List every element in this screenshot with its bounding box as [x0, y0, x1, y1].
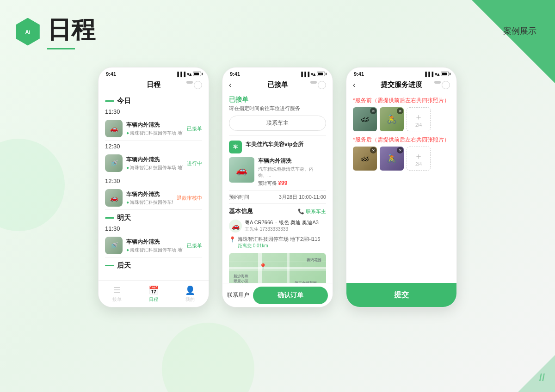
- bg-decoration-bottom-right: [518, 355, 555, 392]
- tomorrow-label: 明天: [105, 214, 202, 222]
- car-icon: 🚗: [229, 220, 242, 233]
- basic-info-header: 基本信息 📞 联系车主: [229, 204, 326, 217]
- tab-item-orders[interactable]: ☰ 接单: [99, 285, 135, 303]
- item-thumb-4: 🚿: [105, 237, 123, 254]
- service-row: 🚗 车辆内外清洗 汽车精洗包括清洗车身、内饰、... 预计可得 ¥99: [229, 157, 326, 191]
- shop-name: 车美佳汽车美容vip会所: [246, 141, 303, 148]
- phone-order-detail: 9:41 ▐▐▐ ▾▴ ‹ 已接单 已接单 请在指定时间前往车位进行服务 联系车…: [222, 67, 333, 307]
- item-info-3: 车辆内外清洗 ● 海珠智汇科技园停车场 地下2层H115: [126, 190, 173, 206]
- signal-icon: ▐▐▐: [176, 72, 185, 77]
- title-underline: [47, 48, 75, 49]
- status-bar-3: 9:41 ▐▐▐ ▾▴: [346, 67, 456, 79]
- photo-close-2[interactable]: ✕: [397, 108, 403, 114]
- shop-section: 车 车美佳汽车美容vip会所: [229, 135, 326, 157]
- order-status-label: 已接单: [229, 96, 326, 104]
- nav-dot-1: [186, 81, 193, 84]
- schedule-item-3[interactable]: 🚗 车辆内外清洗 ● 海珠智汇科技园停车场 地下2层H115 退款审核中: [105, 186, 202, 210]
- wifi-icon: ▾▴: [187, 72, 191, 77]
- status-icons-1: ▐▐▐ ▾▴: [176, 72, 201, 77]
- logo-hexagon: Ai: [14, 18, 42, 46]
- bg-decoration-center-left: [0, 139, 65, 231]
- logo-text: Ai: [25, 29, 31, 35]
- time-label-4: 11:30: [105, 225, 202, 232]
- schedule-item-1[interactable]: 🚗 车辆内外清洗 ● 海珠智汇科技园停车场 地下2层H115 已接单: [105, 117, 202, 141]
- before-photo-add[interactable]: ＋ 2/4: [407, 107, 431, 131]
- service-price: 预计可得 ¥99: [258, 180, 326, 187]
- car-details: 粤A CR7666 · 银色 奥迪 奥迪A3 王先生·17333333333: [245, 219, 319, 233]
- nav-dots-3: [434, 81, 450, 89]
- item-info-4: 车辆内外清洗 ● 海珠智汇科技园停车场 地下2层H115: [126, 238, 183, 253]
- photo-close-4[interactable]: ✕: [397, 147, 403, 153]
- phone-schedule: 9:41 ▐▐▐ ▾▴ 日程 今日 11:30: [98, 67, 209, 307]
- status-icons-3: ▐▐▐ ▾▴: [424, 72, 449, 77]
- time-label-3: 12:30: [105, 178, 202, 184]
- signal-icon-3: ▐▐▐: [424, 72, 433, 77]
- contact-user-btn[interactable]: 联系用户: [227, 291, 249, 299]
- status-1: 已接单: [187, 125, 202, 132]
- tab-label-schedule: 日程: [149, 296, 158, 303]
- time-2: 9:41: [230, 71, 240, 77]
- battery-icon-1: [193, 72, 201, 76]
- status-bar-2: 9:41 ▐▐▐ ▾▴: [222, 67, 333, 79]
- schedule-item-2[interactable]: 🚿 车辆内外清洗 ● 海珠智汇科技园停车场 地下2层H115 进行中: [105, 152, 202, 175]
- p2-bottom-bar: 联系用户 确认订单: [222, 283, 333, 307]
- before-photo-1: 🏎 ✕: [353, 107, 377, 131]
- before-photo-2: 🚴 ✕: [380, 107, 404, 131]
- order-content: 已接单 请在指定时间前往车位进行服务 联系车主 车 车美佳汽车美容vip会所 🚗…: [222, 93, 333, 290]
- battery-icon-2: [317, 72, 325, 76]
- photo-close-3[interactable]: ✕: [370, 147, 376, 153]
- signal-icon-2: ▐▐▐: [300, 72, 309, 77]
- after-photo-grid: 🏎 ✕ 🚴 ✕ ＋ 2/4: [353, 147, 450, 171]
- photo-close-1[interactable]: ✕: [370, 108, 376, 114]
- map-placeholder: 📍 新沙海珠翠景小区 赛鸿花园 第三金碧花园: [229, 253, 326, 288]
- back-button-2[interactable]: ‹: [229, 81, 231, 89]
- item-thumb-3: 🚗: [105, 189, 123, 207]
- after-photo-1: 🏎 ✕: [353, 147, 377, 171]
- day-after-label: 后天: [105, 261, 202, 270]
- item-info-1: 车辆内外清洗 ● 海珠智汇科技园停车场 地下2层H115: [126, 121, 183, 136]
- shop-logo: 车: [229, 141, 242, 153]
- wifi-icon-2: ▾▴: [311, 72, 315, 77]
- nav-title-3: 提交服务进度: [381, 80, 422, 89]
- confirm-order-btn[interactable]: 确认订单: [253, 287, 328, 304]
- service-image: 🚗: [229, 157, 254, 183]
- tab-bar-1: ☰ 接单 📅 日程 👤 我的: [99, 280, 209, 307]
- tab-item-mine[interactable]: 👤 我的: [172, 285, 209, 303]
- submit-content: *服务前（需提供前后左右共四张照片） 🏎 ✕ 🚴 ✕ ＋ 2/4 *服务后（需提: [346, 93, 456, 175]
- bg-decoration-top-right: [472, 0, 555, 83]
- after-photo-add[interactable]: ＋ 2/4: [407, 147, 431, 171]
- page-header: Ai 日程: [14, 14, 95, 49]
- item-thumb-2: 🚿: [105, 154, 123, 172]
- map-pin: 📍: [259, 263, 267, 270]
- title-block: 日程: [47, 14, 95, 49]
- page-title: 日程: [47, 14, 95, 46]
- nav-dots-1: [186, 81, 202, 89]
- today-label: 今日: [105, 97, 202, 105]
- before-photos-label: *服务前（需提供前后左右共四张照片）: [353, 97, 450, 104]
- status-bar-1: 9:41 ▐▐▐ ▾▴: [99, 67, 209, 79]
- location-row: 📍 海珠智汇科技园停车场 地下2层H115 距离您 0.01km: [229, 234, 326, 251]
- order-hint: 请在指定时间前往车位进行服务: [229, 105, 326, 112]
- nav-dot-3a: [434, 81, 441, 84]
- nav-dot-2a: [310, 81, 317, 84]
- nav-dots-2: [310, 81, 326, 89]
- tab-item-schedule[interactable]: 📅 日程: [135, 285, 172, 303]
- nav-title-2: 已接单: [267, 80, 288, 89]
- wifi-icon-3: ▾▴: [435, 72, 439, 77]
- submit-button[interactable]: 提交: [394, 290, 409, 300]
- contact-link[interactable]: 📞 联系车主: [298, 208, 326, 215]
- phone-submit-progress: 9:41 ▐▐▐ ▾▴ ‹ 提交服务进度 *服务前（需提供前后左右共四张照片）: [346, 67, 457, 307]
- nav-dot-circle-2: [318, 81, 326, 89]
- item-thumb-1: 🚗: [105, 120, 123, 137]
- nav-bar-1: 日程: [99, 79, 209, 93]
- time-label-2: 12:30: [105, 143, 202, 150]
- time-label-1: 11:30: [105, 108, 202, 115]
- orders-icon: ☰: [113, 285, 121, 295]
- battery-icon-3: [441, 72, 449, 76]
- contact-owner-btn[interactable]: 联系车主: [229, 116, 326, 131]
- schedule-item-4[interactable]: 🚿 车辆内外清洗 ● 海珠智汇科技园停车场 地下2层H115 已接单: [105, 234, 202, 257]
- back-button-3[interactable]: ‹: [353, 81, 355, 89]
- submit-bar[interactable]: 提交: [346, 283, 456, 307]
- time-3: 9:41: [354, 71, 364, 77]
- schedule-content: 今日 11:30 🚗 车辆内外清洗 ● 海珠智汇科技园停车场 地下2层H115 …: [99, 93, 209, 273]
